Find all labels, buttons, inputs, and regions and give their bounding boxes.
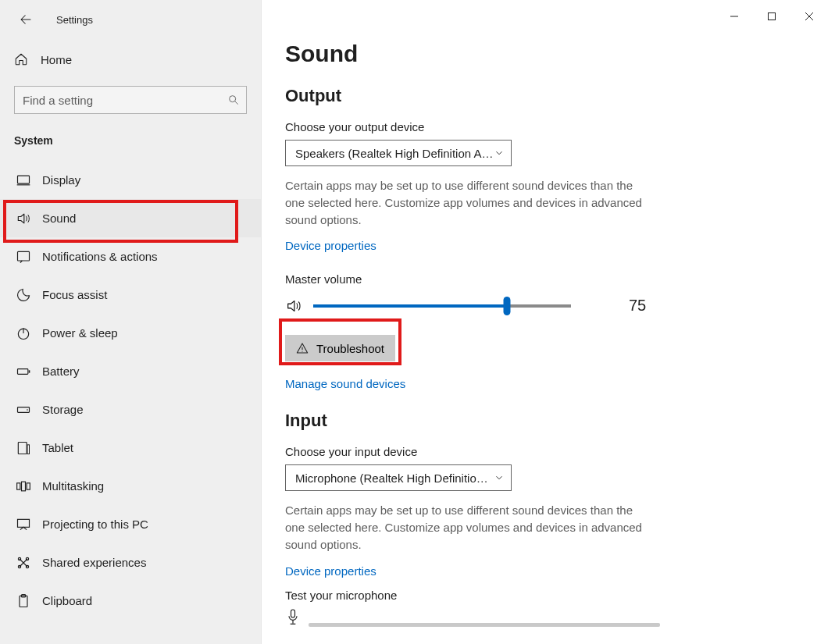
sidebar-item-sound[interactable]: Sound (0, 199, 261, 237)
page-title: Sound (285, 41, 835, 67)
input-device-properties-link[interactable]: Device properties (285, 564, 376, 578)
svg-rect-2 (18, 251, 30, 261)
svg-point-20 (302, 351, 302, 352)
home-label: Home (41, 53, 72, 66)
output-heading: Output (285, 86, 835, 106)
close-icon (805, 12, 814, 21)
input-device-value: Microphone (Realtek High Definitio… (295, 471, 488, 485)
search-icon (227, 94, 240, 106)
svg-point-7 (27, 409, 28, 411)
window-title: Settings (56, 14, 93, 26)
troubleshoot-button[interactable]: Troubleshoot (285, 335, 395, 361)
output-device-label: Choose your output device (285, 120, 835, 133)
sidebar-item-projecting[interactable]: Projecting to this PC (0, 505, 261, 543)
sidebar-item-storage[interactable]: Storage (0, 390, 261, 429)
maximize-button[interactable] (754, 5, 790, 28)
input-device-dropdown[interactable]: Microphone (Realtek High Definitio… (285, 464, 512, 491)
svg-rect-22 (769, 13, 776, 20)
slider-thumb[interactable] (503, 297, 510, 315)
svg-rect-4 (18, 368, 28, 374)
sidebar-item-focus-assist[interactable]: Focus assist (0, 276, 261, 314)
sound-icon (14, 211, 33, 226)
slider-fill (313, 304, 507, 308)
svg-rect-1 (18, 176, 30, 183)
clipboard-icon (14, 593, 33, 609)
svg-point-0 (230, 96, 236, 102)
output-device-properties-link[interactable]: Device properties (285, 239, 376, 252)
input-description: Certain apps may be set up to use differ… (285, 502, 652, 553)
microphone-level-bar (309, 623, 660, 627)
output-device-value: Speakers (Realtek High Definition A… (295, 147, 493, 160)
test-mic-label: Test your microphone (285, 589, 835, 602)
display-icon (14, 173, 33, 188)
minimize-icon (730, 12, 739, 21)
svg-rect-8 (18, 442, 27, 454)
svg-rect-13 (18, 519, 30, 527)
master-volume-slider[interactable] (313, 304, 571, 308)
home-icon (14, 52, 28, 66)
master-volume-value: 75 (629, 297, 646, 315)
back-button[interactable] (17, 11, 34, 28)
svg-rect-12 (27, 482, 30, 489)
maximize-icon (767, 12, 776, 21)
svg-rect-9 (27, 444, 30, 454)
warning-icon (296, 342, 309, 354)
sidebar-item-battery[interactable]: Battery (0, 352, 261, 390)
multitasking-icon (14, 479, 33, 494)
sidebar-item-power-sleep[interactable]: Power & sleep (0, 314, 261, 352)
battery-icon (14, 364, 33, 379)
sidebar-item-shared-experiences[interactable]: Shared experiences (0, 543, 261, 582)
storage-icon (14, 402, 33, 418)
shared-experiences-icon (14, 555, 33, 571)
sidebar-item-notifications[interactable]: Notifications & actions (0, 237, 261, 276)
sidebar: Settings Home System Display Sound (0, 0, 262, 644)
tablet-icon (14, 440, 33, 456)
home-nav[interactable]: Home (0, 41, 261, 78)
input-device-label: Choose your input device (285, 445, 835, 458)
close-button[interactable] (791, 5, 827, 28)
back-arrow-icon (19, 12, 33, 27)
notifications-icon (14, 249, 33, 265)
focus-assist-icon (14, 287, 33, 303)
sidebar-item-clipboard[interactable]: Clipboard (0, 582, 261, 620)
chevron-down-icon (494, 472, 505, 483)
sidebar-item-tablet[interactable]: Tablet (0, 429, 261, 467)
output-device-dropdown[interactable]: Speakers (Realtek High Definition A… (285, 140, 512, 166)
output-description: Certain apps may be set up to use differ… (285, 177, 652, 228)
master-volume-label: Master volume (285, 272, 835, 286)
search-box[interactable] (14, 86, 247, 114)
content-area: Sound Output Choose your output device S… (262, 0, 835, 644)
sidebar-category: System (0, 126, 261, 153)
microphone-icon (285, 608, 301, 627)
troubleshoot-label: Troubleshoot (316, 342, 384, 355)
chevron-down-icon (494, 148, 505, 158)
manage-sound-devices-link[interactable]: Manage sound devices (285, 377, 405, 390)
input-heading: Input (285, 411, 835, 431)
sidebar-item-display[interactable]: Display (0, 161, 261, 199)
sidebar-item-multitasking[interactable]: Multitasking (0, 467, 261, 505)
svg-rect-21 (291, 610, 295, 617)
projecting-icon (14, 517, 33, 532)
volume-icon (285, 297, 302, 315)
minimize-button[interactable] (716, 5, 752, 28)
search-input[interactable] (23, 94, 227, 107)
svg-rect-5 (29, 370, 30, 372)
power-icon (14, 326, 33, 341)
svg-rect-11 (22, 482, 26, 491)
svg-rect-10 (17, 482, 20, 489)
